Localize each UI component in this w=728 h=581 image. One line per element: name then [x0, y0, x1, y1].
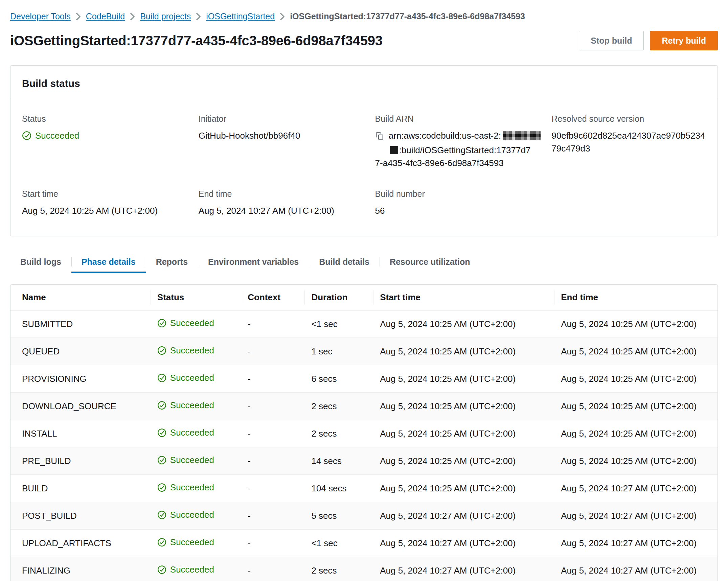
table-row: UPLOAD_ARTIFACTS Succeeded - <1 sec Aug … [10, 530, 718, 557]
phase-duration: <1 sec [304, 310, 373, 338]
phase-context: - [241, 475, 304, 502]
phase-start-time: Aug 5, 2024 10:27 AM (UTC+2:00) [373, 502, 554, 530]
phase-status-text: Succeeded [170, 564, 214, 575]
phase-end-time: Aug 5, 2024 10:27 AM (UTC+2:00) [554, 502, 718, 530]
table-row: POST_BUILD Succeeded - 5 secs Aug 5, 202… [10, 502, 718, 530]
phase-status: Succeeded [151, 393, 241, 420]
empty-grid-cell [551, 189, 706, 217]
stop-build-button[interactable]: Stop build [579, 31, 644, 50]
build-arn-line3: 7-a435-4fc3-89e6-6d98a7f34593 [375, 157, 544, 169]
build-status-fields: Status Succeeded Initiator GitHub-Hooksh… [10, 99, 718, 236]
start-time-value: Aug 5, 2024 10:25 AM (UTC+2:00) [22, 204, 190, 217]
success-check-icon [157, 565, 166, 574]
build-arn-label: Build ARN [375, 114, 544, 124]
page-title: iOSGettingStarted:17377d77-a435-4fc3-89e… [10, 33, 383, 48]
phase-start-time: Aug 5, 2024 10:25 AM (UTC+2:00) [373, 365, 554, 393]
phase-name: SUBMITTED [10, 310, 151, 338]
phase-context: - [241, 338, 304, 365]
phase-status: Succeeded [151, 365, 241, 393]
retry-build-button[interactable]: Retry build [650, 31, 718, 50]
column-header-status: Status [151, 285, 241, 310]
phase-duration: 104 secs [304, 475, 373, 502]
phase-start-time: Aug 5, 2024 10:25 AM (UTC+2:00) [373, 310, 554, 338]
breadcrumb-link-build-projects[interactable]: Build projects [140, 11, 191, 21]
tab-build-details[interactable]: Build details [309, 251, 380, 273]
resolved-source-version-value: 90efb9c602d825ea424307ae970b523479c479d3 [551, 129, 706, 155]
phase-name: INSTALL [10, 420, 151, 447]
phase-end-time: Aug 5, 2024 10:25 AM (UTC+2:00) [554, 393, 718, 420]
phase-duration: 6 secs [304, 365, 373, 393]
redacted-account-id [503, 131, 541, 140]
phase-start-time: Aug 5, 2024 10:27 AM (UTC+2:00) [373, 557, 554, 581]
phase-duration: 1 sec [304, 338, 373, 365]
phase-name: PRE_BUILD [10, 447, 151, 475]
success-check-icon [157, 428, 166, 437]
phase-name: BUILD [10, 475, 151, 502]
phase-name: DOWNLOAD_SOURCE [10, 393, 151, 420]
phase-duration: <1 sec [304, 530, 373, 557]
phase-context: - [241, 502, 304, 530]
tab-build-logs[interactable]: Build logs [10, 251, 71, 273]
phase-status-text: Succeeded [170, 510, 214, 520]
table-row: BUILD Succeeded - 104 secs Aug 5, 2024 1… [10, 475, 718, 502]
phase-context: - [241, 557, 304, 581]
phase-status: Succeeded [151, 557, 241, 581]
redacted-fragment [390, 146, 398, 154]
phase-context: - [241, 310, 304, 338]
phase-status: Succeeded [151, 447, 241, 475]
copy-icon[interactable] [375, 131, 384, 144]
tab-environment-variables[interactable]: Environment variables [198, 251, 309, 273]
phase-name: FINALIZING [10, 557, 151, 581]
header-actions: Stop build Retry build [579, 31, 718, 50]
breadcrumb-link-iosgettingstarted[interactable]: iOSGettingStarted [206, 11, 275, 21]
success-check-icon [157, 373, 166, 382]
phase-details-card: Name Status Context Duration Start time … [10, 284, 718, 581]
initiator-field: Initiator GitHub-Hookshot/bb96f40 [199, 114, 367, 169]
resolved-source-version-label: Resolved source version [551, 114, 706, 124]
phase-status-text: Succeeded [170, 318, 214, 328]
breadcrumb: Developer ToolsCodeBuildBuild projectsiO… [10, 0, 718, 21]
phase-end-time: Aug 5, 2024 10:25 AM (UTC+2:00) [554, 420, 718, 447]
success-check-icon [157, 483, 166, 492]
start-time-label: Start time [22, 189, 190, 199]
phase-status: Succeeded [151, 502, 241, 530]
column-header-name: Name [10, 285, 151, 310]
phase-status-text: Succeeded [170, 373, 214, 383]
phase-name: PROVISIONING [10, 365, 151, 393]
success-check-icon [22, 131, 31, 140]
breadcrumb-link-codebuild[interactable]: CodeBuild [86, 11, 125, 21]
breadcrumb-chevron-icon [130, 13, 135, 20]
phase-end-time: Aug 5, 2024 10:25 AM (UTC+2:00) [554, 447, 718, 475]
breadcrumb-link-developer-tools[interactable]: Developer Tools [10, 11, 71, 21]
phase-status: Succeeded [151, 310, 241, 338]
phase-status: Succeeded [151, 338, 241, 365]
tab-resource-utilization[interactable]: Resource utilization [380, 251, 480, 273]
phase-end-time: Aug 5, 2024 10:25 AM (UTC+2:00) [554, 365, 718, 393]
phase-status-text: Succeeded [170, 400, 214, 411]
codebuild-build-detail-page: Developer ToolsCodeBuildBuild projectsiO… [0, 0, 728, 581]
breadcrumb-chevron-icon [76, 13, 81, 20]
phase-end-time: Aug 5, 2024 10:25 AM (UTC+2:00) [554, 338, 718, 365]
build-arn-line2: :build/iOSGettingStarted:17377d7 [399, 145, 531, 155]
phase-status-text: Succeeded [170, 345, 214, 356]
phase-duration: 5 secs [304, 502, 373, 530]
phase-name: QUEUED [10, 338, 151, 365]
initiator-label: Initiator [199, 114, 367, 124]
table-row: INSTALL Succeeded - 2 secs Aug 5, 2024 1… [10, 420, 718, 447]
phase-start-time: Aug 5, 2024 10:25 AM (UTC+2:00) [373, 447, 554, 475]
phase-duration: 14 secs [304, 447, 373, 475]
tab-phase-details[interactable]: Phase details [71, 251, 146, 273]
phase-context: - [241, 447, 304, 475]
phase-start-time: Aug 5, 2024 10:25 AM (UTC+2:00) [373, 338, 554, 365]
column-header-context: Context [241, 285, 304, 310]
build-number-field: Build number 56 [375, 189, 544, 217]
phase-context: - [241, 365, 304, 393]
table-row: PROVISIONING Succeeded - 6 secs Aug 5, 2… [10, 365, 718, 393]
phase-table-body: SUBMITTED Succeeded - <1 sec Aug 5, 2024… [10, 310, 718, 581]
end-time-label: End time [199, 189, 367, 199]
phase-status-text: Succeeded [170, 427, 214, 438]
phase-status: Succeeded [151, 420, 241, 447]
build-status-card-title: Build status [22, 78, 706, 89]
build-arn-line1: arn:aws:codebuild:us-east-2: [389, 131, 501, 141]
tab-reports[interactable]: Reports [146, 251, 198, 273]
